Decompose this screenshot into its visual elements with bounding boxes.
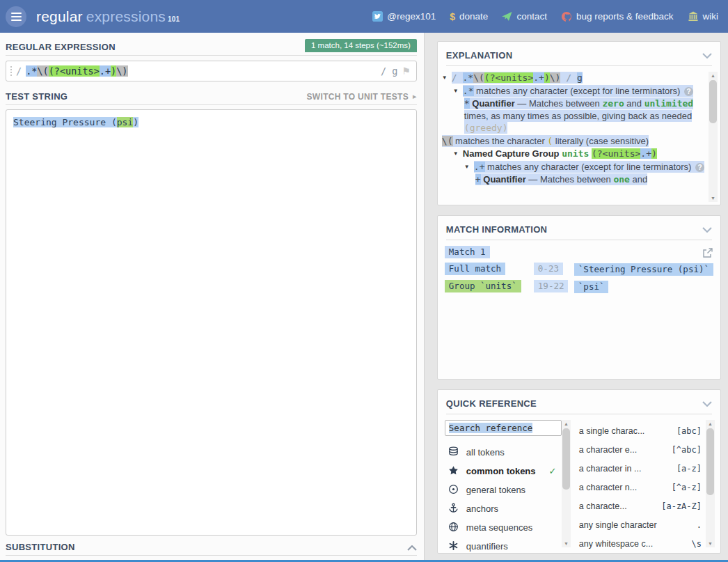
test-section-header: TEST STRING SWITCH TO UNIT TESTS ▸	[6, 88, 417, 105]
explanation-line: ▼.+ matches any character (except for li…	[439, 161, 709, 173]
chevron-down-icon[interactable]	[702, 49, 712, 61]
menu-button[interactable]	[6, 6, 26, 27]
match-row-label: Full match	[445, 263, 505, 275]
github-icon	[561, 11, 572, 22]
app-header: regular expressions 101 @regex101 $ dona…	[0, 0, 728, 33]
match-status-badge: 1 match, 14 steps (~152ms)	[305, 39, 417, 52]
help-icon[interactable]: ?	[684, 87, 693, 96]
qr-categories-scrollbar[interactable]: ▲ ▼	[562, 420, 571, 547]
regex-input[interactable]: / .*\((?<units>.+)\) / g ⚑	[6, 61, 417, 81]
match-information-header: MATCH INFORMATION	[446, 223, 712, 240]
explanation-panel: EXPLANATION ▼/ .*\((?<units>.+)\) / g▼.*…	[437, 41, 721, 205]
text-segment: and	[630, 174, 647, 185]
explanation-line: + Quantifier — Matches between one and	[439, 173, 709, 186]
tree-collapse-icon[interactable]: ▼	[453, 85, 463, 97]
chevron-down-icon[interactable]	[702, 397, 712, 409]
qr-entry[interactable]: a character in ...[a-z]	[579, 459, 702, 478]
qr-entry[interactable]: any single character.	[579, 515, 702, 534]
text-segment: /	[560, 72, 576, 83]
scroll-up-icon[interactable]: ▲	[708, 421, 713, 427]
explanation-text: / .*\((?<units>.+)\) / g	[452, 72, 583, 84]
explanation-text: \( matches the character ( literally (ca…	[442, 135, 649, 147]
qr-entries-scrollbar[interactable]: ▲ ▼	[706, 420, 715, 547]
text-segment: (?<units>	[592, 148, 640, 159]
explanation-text: .+ matches any character (except for lin…	[474, 161, 704, 173]
match-highlight: Steering Pressure (	[13, 117, 117, 127]
qr-entries: a single charac...[abc]a character e...[…	[571, 420, 706, 547]
text-segment: literally (case sensitive)	[553, 136, 649, 146]
switch-to-unit-tests[interactable]: SWITCH TO UNIT TESTS ▸	[307, 92, 417, 102]
drag-handle-icon[interactable]	[10, 66, 12, 76]
nav-twitter[interactable]: @regex101	[372, 11, 436, 22]
match-row-range: 19-22	[534, 280, 569, 292]
match-group-label-row: Match 1	[445, 246, 713, 258]
text-segment: Named Capture Group	[463, 148, 562, 159]
editor-column: REGULAR EXPRESSION 1 match, 14 steps (~1…	[0, 33, 425, 560]
regex-section-header: REGULAR EXPRESSION 1 match, 14 steps (~1…	[6, 39, 417, 56]
text-segment: \(	[37, 65, 48, 77]
target-icon	[448, 484, 459, 497]
qr-entry[interactable]: a single charac...[abc]	[579, 421, 702, 440]
twitter-icon	[372, 11, 383, 22]
qr-category-general-tokens[interactable]: general tokens	[445, 481, 562, 499]
scroll-up-icon[interactable]: ▲	[711, 72, 715, 79]
star-icon	[448, 465, 459, 478]
qr-category-common-tokens[interactable]: common tokens✓	[445, 462, 562, 481]
text-segment: )	[544, 72, 550, 83]
dollar-icon: $	[450, 11, 455, 22]
info-column: EXPLANATION ▼/ .*\((?<units>.+)\) / g▼.*…	[425, 33, 728, 560]
tree-collapse-icon[interactable]: ▼	[442, 72, 452, 84]
scroll-up-icon[interactable]: ▲	[564, 421, 569, 427]
test-string-input[interactable]: Steering Pressure (psi)	[6, 109, 417, 536]
export-matches-icon[interactable]	[702, 247, 713, 260]
search-reference-input[interactable]: Search reference	[445, 420, 562, 436]
qr-category-label: general tokens	[466, 485, 525, 495]
match-information-panel: MATCH INFORMATION Match 1 Full match0-23…	[437, 215, 721, 380]
check-icon: ✓	[549, 466, 557, 476]
chevron-up-icon[interactable]	[407, 541, 417, 554]
explanation-line: ▼.* matches any character (except for li…	[439, 85, 709, 97]
nav-contact[interactable]: contact	[502, 11, 547, 22]
chevron-down-icon[interactable]	[702, 223, 712, 235]
text-segment: \(	[473, 72, 484, 83]
text-segment: matches any character (except for line t…	[474, 86, 683, 96]
qr-entry-label: any whitespace c...	[579, 539, 653, 549]
nav-donate[interactable]: $ donate	[450, 11, 488, 22]
text-segment: times, as many times as possible, giving…	[464, 111, 692, 121]
qr-entry[interactable]: a character e...[^abc]	[579, 440, 702, 459]
text-segment: unlimited	[644, 98, 693, 109]
nav-bug-reports[interactable]: bug reports & feedback	[561, 11, 674, 22]
explanation-scrollbar[interactable]: ▲ ▼	[709, 72, 718, 202]
qr-category-quantifiers[interactable]: quantifiers	[445, 537, 562, 553]
header-nav: @regex101 $ donate contact bug reports &…	[372, 11, 718, 22]
text-segment: /	[452, 72, 463, 83]
qr-entry-code: [abc]	[676, 426, 702, 436]
qr-category-meta-sequences[interactable]: meta sequences	[445, 518, 562, 537]
qr-category-label: quantifiers	[466, 541, 508, 552]
text-segment: Quantifier	[483, 174, 525, 185]
qr-entry-code: [^a-z]	[672, 483, 702, 492]
help-icon[interactable]: ?	[695, 163, 704, 172]
scroll-down-icon[interactable]: ▼	[564, 540, 569, 547]
text-segment: .+	[533, 72, 544, 83]
qr-entry-label: a characte...	[579, 501, 627, 511]
regex-flags[interactable]: / g	[381, 65, 397, 77]
qr-category-label: common tokens	[466, 466, 536, 476]
qr-entry[interactable]: a character n...[^a-z]	[579, 478, 702, 497]
qr-category-anchors[interactable]: anchors	[445, 499, 562, 518]
scroll-down-icon[interactable]: ▼	[711, 195, 715, 201]
qr-category-all-tokens[interactable]: all tokens	[445, 443, 562, 462]
text-segment: zero	[602, 98, 624, 109]
text-segment: )	[111, 65, 116, 77]
qr-entry[interactable]: any whitespace c...\s	[579, 534, 702, 553]
scroll-down-icon[interactable]: ▼	[708, 540, 713, 547]
qr-entry-code: \s	[692, 539, 702, 549]
regex-pattern: .*\((?<units>.+)\)	[26, 65, 127, 77]
qr-entry[interactable]: a characte...[a-zA-Z]	[579, 497, 702, 515]
flag-icon[interactable]: ⚑	[402, 65, 411, 77]
explanation-line: \( matches the character ( literally (ca…	[439, 135, 709, 148]
tree-collapse-icon[interactable]: ▼	[453, 148, 463, 160]
qr-entry-label: a character n...	[579, 483, 637, 492]
nav-wiki[interactable]: wiki	[688, 11, 719, 22]
tree-collapse-icon[interactable]: ▼	[464, 161, 474, 173]
